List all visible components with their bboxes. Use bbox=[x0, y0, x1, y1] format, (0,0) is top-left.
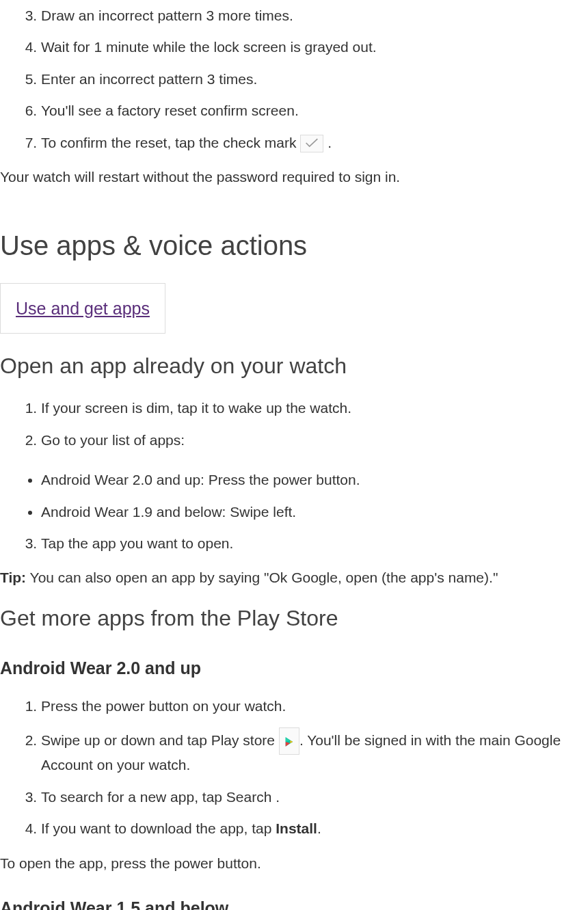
heading-open-app: Open an app already on your watch bbox=[0, 350, 588, 382]
bullet-list-app-versions: Android Wear 2.0 and up: Press the power… bbox=[0, 464, 588, 528]
play-store-icon bbox=[279, 727, 299, 755]
list-item: To confirm the reset, tap the check mark… bbox=[41, 127, 588, 159]
list-text: If your screen is dim, tap it to wake up… bbox=[41, 400, 351, 416]
paragraph-text: To open the app, press the power button. bbox=[0, 855, 261, 871]
svg-marker-3 bbox=[290, 740, 293, 743]
tip-paragraph: Tip: You can also open an app by saying … bbox=[0, 567, 588, 588]
ordered-list-open-app: If your screen is dim, tap it to wake up… bbox=[0, 392, 588, 456]
paragraph: Your watch will restart without the pass… bbox=[0, 167, 588, 187]
heading-android-wear-20: Android Wear 2.0 and up bbox=[0, 656, 588, 680]
list-text: You'll see a factory reset confirm scree… bbox=[41, 103, 299, 118]
use-and-get-apps-link[interactable]: Use and get apps bbox=[16, 299, 150, 318]
list-text-suffix: . bbox=[317, 820, 321, 836]
list-item: Tap the app you want to open. bbox=[41, 528, 588, 559]
list-item: Wait for 1 minute while the lock screen … bbox=[41, 31, 588, 63]
list-text: Android Wear 2.0 and up: Press the power… bbox=[41, 472, 360, 487]
list-item: If you want to download the app, tap Ins… bbox=[41, 813, 588, 844]
list-item: Android Wear 1.9 and below: Swipe left. bbox=[41, 496, 588, 528]
list-item: Android Wear 2.0 and up: Press the power… bbox=[41, 464, 588, 496]
heading-use-apps-voice: Use apps & voice actions bbox=[0, 226, 588, 265]
heading-android-wear-15: Android Wear 1.5 and below bbox=[0, 896, 588, 910]
list-item: You'll see a factory reset confirm scree… bbox=[41, 95, 588, 126]
heading-get-more-apps: Get more apps from the Play Store bbox=[0, 602, 588, 634]
list-text: Draw an incorrect pattern 3 more times. bbox=[41, 8, 293, 23]
paragraph-text: Your watch will restart without the pass… bbox=[0, 169, 400, 185]
list-text: Enter an incorrect pattern 3 times. bbox=[41, 71, 257, 87]
tip-text: You can also open an app by saying "Ok G… bbox=[26, 570, 498, 585]
list-text: Wait for 1 minute while the lock screen … bbox=[41, 39, 377, 55]
list-item: Press the power button on your watch. bbox=[41, 691, 588, 722]
use-and-get-apps-box[interactable]: Use and get apps bbox=[0, 283, 165, 334]
list-text: Android Wear 1.9 and below: Swipe left. bbox=[41, 504, 296, 520]
ordered-list-get-apps-20: Press the power button on your watch. Sw… bbox=[0, 691, 588, 845]
ordered-list-open-app-cont: Tap the app you want to open. bbox=[0, 528, 588, 559]
list-item: Swipe up or down and tap Play store . Yo… bbox=[41, 722, 588, 781]
ordered-list-factory-reset: Draw an incorrect pattern 3 more times. … bbox=[0, 0, 588, 159]
list-item: Draw an incorrect pattern 3 more times. bbox=[41, 0, 588, 31]
list-text: Tap the app you want to open. bbox=[41, 535, 233, 551]
list-text-prefix: To confirm the reset, tap the check mark bbox=[41, 135, 300, 150]
tip-label: Tip: bbox=[0, 570, 26, 585]
list-text-prefix: Swipe up or down and tap Play store bbox=[41, 732, 279, 748]
list-item: If your screen is dim, tap it to wake up… bbox=[41, 392, 588, 424]
check-mark-icon bbox=[300, 135, 323, 152]
list-text-prefix: If you want to download the app, tap bbox=[41, 820, 276, 836]
paragraph: To open the app, press the power button. bbox=[0, 853, 588, 874]
list-text-suffix: . bbox=[328, 135, 332, 150]
list-text: Go to your list of apps: bbox=[41, 432, 185, 448]
list-text-prefix: To search for a new app, tap Search bbox=[41, 789, 276, 805]
install-label: Install bbox=[276, 820, 317, 836]
list-text: Press the power button on your watch. bbox=[41, 698, 286, 714]
list-item: Enter an incorrect pattern 3 times. bbox=[41, 64, 588, 95]
list-item: Go to your list of apps: bbox=[41, 425, 588, 456]
list-text-suffix: . bbox=[276, 789, 280, 805]
list-item: To search for a new app, tap Search . bbox=[41, 781, 588, 813]
